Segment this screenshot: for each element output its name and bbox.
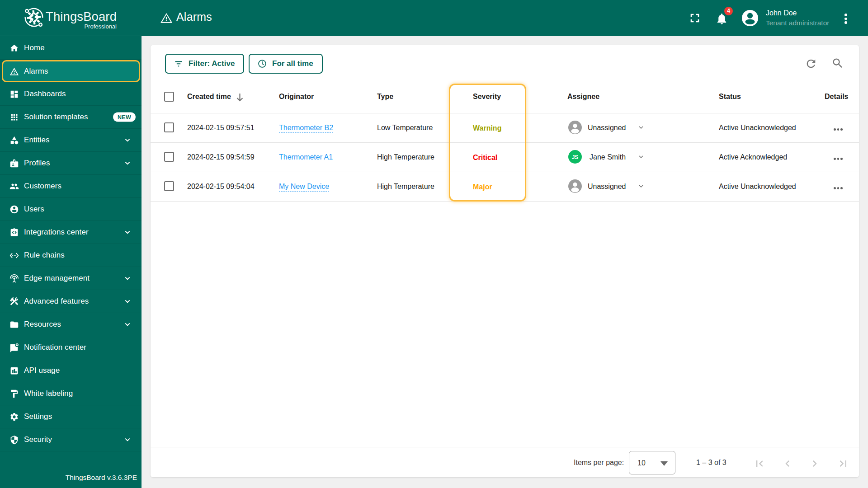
svg-text:JS: JS [572,154,579,160]
